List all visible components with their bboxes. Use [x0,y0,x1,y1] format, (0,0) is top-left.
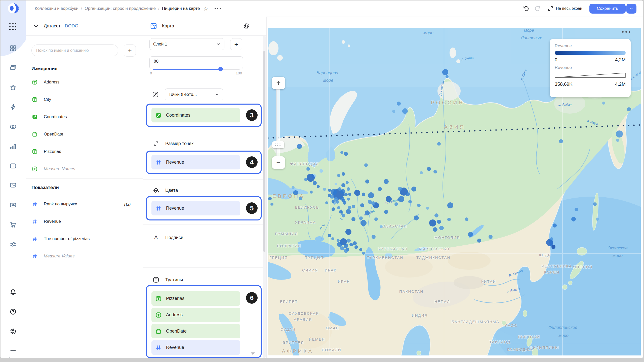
map-point[interactable] [293,190,298,195]
field-measure-values[interactable]: Measure Values [32,253,74,260]
map-point[interactable] [434,213,438,217]
map-point[interactable] [354,245,358,249]
services-icon[interactable] [10,241,17,248]
dataset-name-link[interactable]: DODO [65,23,78,29]
map-point[interactable] [270,203,273,206]
chip-pizzerias[interactable]: Pizzerias [151,291,240,306]
map-point[interactable] [437,142,441,146]
map-point[interactable] [340,246,344,250]
collapse-dataset-icon[interactable] [33,23,39,29]
map-point[interactable] [596,218,599,221]
save-button[interactable]: Сохранить [589,4,626,14]
field-the-number-of-pizzerias[interactable]: The number of pizzerias [32,235,90,242]
map-point[interactable] [353,241,357,245]
map-point[interactable] [426,207,429,210]
add-layer-button[interactable]: + [230,38,242,50]
map-point[interactable] [344,249,348,253]
map-point[interactable] [575,208,578,211]
map-point[interactable] [477,239,481,243]
layer-select[interactable]: Слой 1 [149,38,224,50]
zoom-slider-handle[interactable] [272,141,284,148]
chip-coordinates[interactable]: Coordinates [151,108,240,122]
map-point[interactable] [447,202,453,208]
cart-icon[interactable] [10,221,17,228]
map-point[interactable] [368,200,372,204]
map-point[interactable] [347,198,350,201]
map-point[interactable] [344,244,348,248]
map-point[interactable] [346,209,351,214]
map-point[interactable] [372,235,376,239]
map-point[interactable] [365,210,370,215]
map-point[interactable] [365,179,369,184]
map-point[interactable] [433,170,437,173]
field-city[interactable]: City [32,96,51,103]
chip-revenue[interactable]: Revenue [151,201,240,215]
breadcrumb-workbook[interactable]: Организации: спрос и предложение [85,6,156,11]
map-more-menu-icon[interactable] [622,31,630,33]
map-point[interactable] [429,219,436,227]
field-address[interactable]: Address [32,79,59,86]
map-point[interactable] [427,167,431,171]
map-point[interactable] [330,195,334,199]
map-point[interactable] [374,217,378,221]
map-point[interactable] [354,190,360,196]
map-point[interactable] [328,189,331,192]
map-point[interactable] [331,237,334,240]
field-revenue[interactable]: Revenue [32,218,61,225]
map-point[interactable] [332,200,335,203]
map-point[interactable] [348,193,351,196]
map-point[interactable] [468,232,473,237]
map-point[interactable] [465,217,468,221]
map-point[interactable] [323,188,326,191]
map-point[interactable] [551,245,555,249]
map-point[interactable] [337,206,340,209]
map-point[interactable] [394,202,398,206]
map-point[interactable] [384,210,388,214]
map-point[interactable] [342,172,345,176]
chip-revenue[interactable]: Revenue [151,155,240,169]
gear-icon[interactable] [10,328,17,335]
map-point[interactable] [351,217,355,221]
map-point[interactable] [378,187,382,191]
map-point[interactable] [417,204,421,207]
map-point[interactable] [571,217,576,221]
map-point[interactable] [325,201,328,204]
help-icon[interactable] [10,308,17,315]
map-point[interactable] [341,183,345,187]
datasets-icon[interactable] [10,123,17,130]
map-point[interactable] [439,226,444,230]
star-icon[interactable] [10,84,17,91]
zoom-in-button[interactable]: + [272,77,285,89]
map-point[interactable] [338,187,341,191]
save-dropdown-button[interactable] [626,4,636,14]
map-point[interactable] [368,192,374,198]
map-point[interactable] [339,210,343,213]
map-point[interactable] [447,218,451,221]
map-point[interactable] [442,69,448,75]
map-point[interactable] [268,197,272,200]
map-point[interactable] [384,179,389,184]
map-point[interactable] [299,197,302,200]
breadcrumb-collections[interactable]: Коллекции и воркбуки [35,6,78,11]
map-point[interactable] [408,200,412,203]
table-icon[interactable] [10,162,17,169]
map-point[interactable] [297,144,302,149]
map-point[interactable] [398,196,404,202]
map-point[interactable] [310,191,313,194]
map-point[interactable] [627,107,631,111]
map-point[interactable] [559,139,563,143]
datalens-logo-icon[interactable] [8,3,19,14]
map-point[interactable] [360,220,367,226]
map-point[interactable] [437,220,441,224]
apps-grid-icon[interactable] [9,23,17,31]
map-point[interactable] [616,139,619,142]
map-point[interactable] [349,243,353,246]
map-point[interactable] [489,235,493,239]
config-scrollbar[interactable] [263,36,266,358]
map-point[interactable] [348,206,351,209]
map-point[interactable] [292,186,295,189]
map-point[interactable] [371,201,375,205]
scroll-down-icon[interactable] [251,352,255,355]
field-pizzerias[interactable]: Pizzerias [32,148,61,155]
geo-type-select[interactable]: Точки (Геото... [165,88,223,100]
